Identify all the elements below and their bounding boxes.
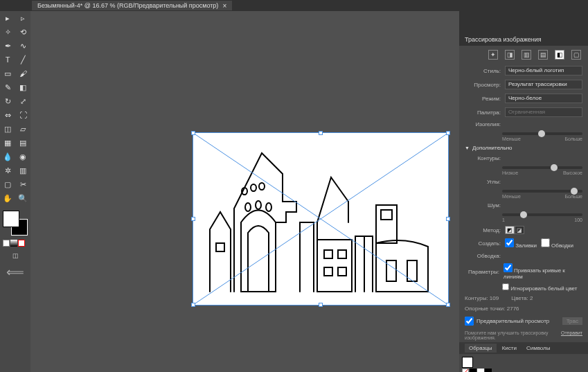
fills-checkbox[interactable]: Заливки — [505, 238, 537, 249]
brush-tool[interactable]: 🖌 — [15, 67, 30, 80]
preset-bw-icon[interactable]: ◧ — [555, 50, 564, 60]
slice-tool[interactable]: ✂ — [15, 177, 30, 191]
blend-tool[interactable]: ◉ — [15, 150, 30, 163]
view-label: Просмотр: — [465, 82, 501, 88]
snap-checkbox[interactable]: Привязать кривые к линиям — [504, 263, 582, 280]
lasso-tool[interactable]: ⟲ — [15, 25, 30, 39]
mode-label: Режим: — [465, 96, 501, 102]
paths-label: Контуры: — [465, 155, 501, 161]
preset-auto-icon[interactable]: ✦ — [488, 50, 498, 60]
eyedropper-tool[interactable]: 💧 — [0, 150, 15, 163]
trace-button: Трас — [562, 317, 582, 325]
preview-checkbox[interactable] — [465, 317, 474, 326]
svg-rect-13 — [386, 260, 396, 281]
corners-label: Углы: — [465, 179, 501, 185]
noise-slider[interactable] — [502, 213, 582, 216]
svg-rect-12 — [381, 210, 392, 220]
mode-select[interactable]: Черно-белое — [505, 94, 582, 103]
mesh-tool[interactable]: ▦ — [0, 136, 15, 150]
swatch[interactable] — [470, 369, 476, 372]
style-label: Стиль: — [465, 68, 501, 74]
free-transform-tool[interactable]: ⛶ — [15, 108, 30, 122]
rectangle-tool[interactable]: ▭ — [0, 67, 15, 80]
artboard — [193, 132, 449, 305]
preset-low-icon[interactable]: ▥ — [522, 50, 531, 60]
options-label: Параметры: — [465, 269, 499, 275]
draw-mode[interactable]: ◫ — [0, 251, 30, 260]
fill-color[interactable] — [3, 211, 19, 227]
tab-swatches[interactable]: Образцы — [465, 344, 497, 353]
svg-point-2 — [256, 201, 261, 209]
trace-stats-2: Опорные точки: 2776 — [459, 303, 588, 314]
method-abutting-icon[interactable]: ◩ — [505, 226, 515, 234]
swatch[interactable] — [477, 369, 484, 372]
direct-selection-tool[interactable]: ▹ — [15, 11, 30, 25]
preview-label: Предварительный просмотр — [476, 318, 549, 324]
strokes-checkbox[interactable]: Обводки — [541, 238, 573, 249]
svg-point-6 — [259, 183, 265, 190]
palette-label: Палитра: — [465, 109, 501, 116]
corners-slider[interactable] — [502, 190, 582, 193]
view-select[interactable]: Результат трассировки — [505, 80, 582, 89]
gradient-tool[interactable]: ▤ — [15, 136, 30, 150]
document-tab[interactable]: Безымянный-4* @ 16.67 % (RGB/Предварител… — [32, 1, 232, 10]
curvature-tool[interactable]: ∿ — [15, 39, 30, 53]
preset-outline-icon[interactable]: ▢ — [571, 50, 581, 60]
advanced-toggle[interactable]: Дополнительно — [459, 143, 588, 153]
color-mode-icon[interactable] — [3, 240, 10, 247]
swatches-panel — [459, 354, 588, 372]
magic-wand-tool[interactable]: ✧ — [0, 25, 15, 39]
method-overlap-icon[interactable]: ◪ — [515, 226, 524, 234]
fill-stroke-swatch[interactable] — [3, 211, 28, 236]
close-icon[interactable]: × — [222, 2, 226, 10]
shaper-tool[interactable]: ✎ — [0, 80, 15, 94]
canvas[interactable] — [30, 11, 459, 372]
type-tool[interactable]: T — [0, 53, 15, 67]
rotate-tool[interactable]: ↻ — [0, 94, 15, 108]
line-tool[interactable]: ╱ — [15, 53, 30, 67]
style-select[interactable]: Черно-белый логотип — [505, 66, 582, 76]
tab-symbols[interactable]: Символы — [522, 344, 555, 353]
gradient-mode-icon[interactable] — [10, 240, 17, 247]
tools-panel: ▸ ▹ ✧ ⟲ ✒ ∿ T ╱ ▭ 🖌 ✎ ◧ ↻ ⤢ ⇔ ⛶ ◫ ▱ ▦ ▤ … — [0, 11, 30, 372]
selection-tool[interactable]: ▸ — [0, 11, 15, 25]
none-mode-icon[interactable] — [18, 240, 25, 247]
tab-title: Безымянный-4* @ 16.67 % (RGB/Предварител… — [37, 2, 218, 9]
ignore-white-checkbox[interactable]: Игнорировать белый цвет — [502, 283, 577, 292]
method-toggle[interactable]: ◩◪ — [505, 226, 524, 234]
pen-tool[interactable]: ✒ — [0, 39, 15, 53]
main-layout: ▸ ▹ ✧ ⟲ ✒ ∿ T ╱ ▭ 🖌 ✎ ◧ ↻ ⤢ ⇔ ⛶ ◫ ▱ ▦ ▤ … — [0, 11, 588, 372]
scale-tool[interactable]: ⤢ — [15, 94, 30, 108]
symbol-sprayer-tool[interactable]: ✲ — [0, 163, 15, 177]
threshold-label: Изогелия: — [465, 121, 501, 127]
document-tabs: Безымянный-4* @ 16.67 % (RGB/Предварител… — [0, 0, 588, 11]
svg-rect-11 — [376, 205, 397, 243]
artboard-tool[interactable]: ▢ — [0, 177, 15, 191]
eraser-tool[interactable]: ◧ — [15, 80, 30, 94]
hand-tool[interactable]: ✋ — [0, 191, 15, 205]
preset-photo-icon[interactable]: ◨ — [505, 50, 515, 60]
paths-slider[interactable] — [502, 166, 582, 169]
shape-builder-tool[interactable]: ◫ — [0, 122, 15, 136]
svg-point-3 — [266, 203, 271, 211]
svg-point-1 — [245, 203, 251, 211]
tab-brushes[interactable]: Кисти — [498, 344, 521, 353]
svg-rect-0 — [216, 243, 224, 251]
help-link[interactable]: Отправит — [561, 330, 582, 340]
stroke-width-label: Обводка: — [465, 253, 501, 259]
method-label: Метод: — [465, 227, 501, 233]
width-tool[interactable]: ⇔ — [0, 108, 15, 122]
noise-label: Шум: — [465, 202, 501, 209]
graph-tool[interactable]: ▥ — [15, 163, 30, 177]
screen-mode-icon[interactable]: ⟸ — [0, 265, 30, 280]
perspective-tool[interactable]: ▱ — [15, 122, 30, 136]
threshold-slider[interactable] — [502, 132, 582, 135]
zoom-tool[interactable]: 🔍 — [15, 191, 30, 205]
create-label: Создать: — [465, 240, 501, 247]
swatch[interactable] — [462, 369, 469, 372]
traced-sketch — [193, 132, 449, 305]
svg-rect-14 — [407, 260, 417, 281]
swatch[interactable] — [485, 369, 492, 372]
swatch[interactable] — [462, 357, 473, 368]
preset-gray-icon[interactable]: ▤ — [538, 50, 548, 60]
